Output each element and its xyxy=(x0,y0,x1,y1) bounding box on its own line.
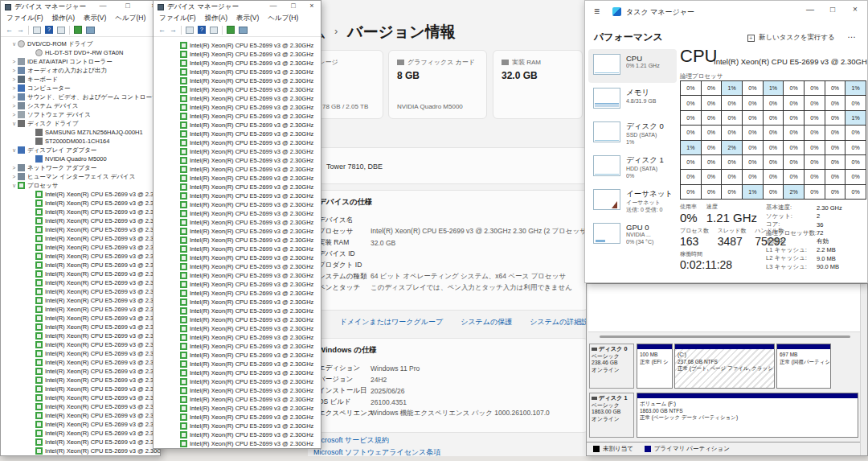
partition[interactable]: 697 MB正常 (回復パーティシ xyxy=(776,344,831,389)
tree-item[interactable]: Intel(R) Xeon(R) CPU E5-2699 v3 @ 2.30GH… xyxy=(1,367,160,376)
minimize-button[interactable]: — xyxy=(803,5,817,14)
tree-item[interactable]: Intel(R) Xeon(R) CPU E5-2699 v3 @ 2.30GH… xyxy=(1,393,160,402)
partition[interactable]: (C:)237.68 GB NTFS正常 (ブート, ページ ファイル, クラッ… xyxy=(674,344,775,389)
hamburger-menu-icon[interactable]: ≡ xyxy=(594,6,600,17)
tree-item[interactable]: Intel(R) Xeon(R) CPU E5-2699 v3 @ 2.30GH… xyxy=(154,413,321,422)
expander-icon[interactable]: v xyxy=(10,147,18,153)
windows-spec-card[interactable]: Windows の仕様 エディションWindows 11 Proバージョン24H… xyxy=(312,338,588,433)
tree-item[interactable]: Intel(R) Xeon(R) CPU E5-2699 v3 @ 2.30GH… xyxy=(154,360,321,368)
tree-item[interactable]: Intel(R) Xeon(R) CPU E5-2699 v3 @ 2.30GH… xyxy=(154,439,321,448)
tree-item[interactable]: >ネットワーク アダプター xyxy=(1,163,160,172)
tree-item[interactable]: >IDE ATA/ATAPI コントローラー xyxy=(1,57,160,66)
tree-item[interactable]: Intel(R) Xeon(R) CPU E5-2699 v3 @ 2.30GH… xyxy=(154,121,321,130)
tree-item[interactable]: >キーボード xyxy=(1,75,160,84)
tree-item[interactable]: Intel(R) Xeon(R) CPU E5-2699 v3 @ 2.30GH… xyxy=(1,208,160,216)
more-options-button[interactable]: … xyxy=(847,30,856,39)
tree-item[interactable]: Intel(R) Xeon(R) CPU E5-2699 v3 @ 2.30GH… xyxy=(154,59,321,68)
tree-item[interactable]: Intel(R) Xeon(R) CPU E5-2699 v3 @ 2.30GH… xyxy=(1,314,160,323)
close-button[interactable]: × xyxy=(306,2,317,10)
tm-sidebar-item[interactable]: CPU0% 1.21 GHz xyxy=(588,49,677,83)
tree-item[interactable]: Intel(R) Xeon(R) CPU E5-2699 v3 @ 2.30GH… xyxy=(154,76,321,85)
tree-item[interactable]: Intel(R) Xeon(R) CPU E5-2699 v3 @ 2.30GH… xyxy=(1,349,160,358)
tree-item[interactable]: Intel(R) Xeon(R) CPU E5-2699 v3 @ 2.30GH… xyxy=(154,333,321,342)
properties-icon[interactable] xyxy=(210,27,218,34)
menu-item[interactable]: ヘルプ(H) xyxy=(268,14,298,23)
tree-item[interactable]: Intel(R) Xeon(R) CPU E5-2699 v3 @ 2.30GH… xyxy=(1,216,160,225)
tree-item[interactable]: >システム デバイス xyxy=(1,101,160,110)
tree-item[interactable]: Intel(R) Xeon(R) CPU E5-2699 v3 @ 2.30GH… xyxy=(154,298,321,307)
back-icon[interactable]: ← xyxy=(6,26,13,34)
expander-icon[interactable]: v xyxy=(10,183,18,188)
tree-item[interactable]: NVIDIA Quadro M5000 xyxy=(1,154,160,163)
ram-card[interactable]: 実装 RAM 32.0 GB xyxy=(493,50,583,119)
menu-item[interactable]: 操作(A) xyxy=(52,14,75,23)
tree-item[interactable]: Intel(R) Xeon(R) CPU E5-2699 v3 @ 2.30GH… xyxy=(1,270,160,278)
tree-item[interactable]: Intel(R) Xeon(R) CPU E5-2699 v3 @ 2.30GH… xyxy=(1,358,160,367)
tm-sidebar-item[interactable]: ディスク 1HDD (SATA)0% xyxy=(588,150,677,184)
tree-item[interactable]: >オーディオの入力および出力 xyxy=(1,66,160,75)
tree-item[interactable]: Intel(R) Xeon(R) CPU E5-2699 v3 @ 2.30GH… xyxy=(154,191,321,200)
tree-item[interactable]: Intel(R) Xeon(R) CPU E5-2699 v3 @ 2.30GH… xyxy=(154,245,321,253)
help-icon[interactable]: ? xyxy=(198,26,206,34)
tree-item[interactable]: ST2000DM001-1CH164 xyxy=(1,137,160,146)
tree-item[interactable]: Intel(R) Xeon(R) CPU E5-2699 v3 @ 2.30GH… xyxy=(1,225,160,234)
expander-icon[interactable]: > xyxy=(10,76,18,82)
footer-link[interactable]: Microsoft ソフトウェアライセンス条項 xyxy=(313,447,440,459)
maximize-button[interactable]: □ xyxy=(122,2,133,10)
menu-item[interactable]: ヘルプ(H) xyxy=(115,14,145,23)
back-icon[interactable]: ← xyxy=(158,26,166,34)
devices-icon[interactable] xyxy=(86,27,95,34)
expander-icon[interactable]: > xyxy=(10,94,18,100)
related-link[interactable]: ドメインまたはワークグループ xyxy=(340,318,444,326)
tree-item[interactable]: Intel(R) Xeon(R) CPU E5-2699 v3 @ 2.30GH… xyxy=(1,261,160,270)
logical-processors-grid[interactable]: 0%0%1%0%1%0%0%0%1%0%0%0%0%0%0%0%0%0%0%0%… xyxy=(680,80,866,200)
tree-item[interactable]: Intel(R) Xeon(R) CPU E5-2699 v3 @ 2.30GH… xyxy=(154,138,321,147)
tree-item[interactable]: Intel(R) Xeon(R) CPU E5-2699 v3 @ 2.30GH… xyxy=(154,218,321,227)
tree-item[interactable]: Intel(R) Xeon(R) CPU E5-2699 v3 @ 2.30GH… xyxy=(154,422,321,430)
tree-item[interactable]: Intel(R) Xeon(R) CPU E5-2699 v3 @ 2.30GH… xyxy=(1,252,160,261)
tree-item[interactable]: Intel(R) Xeon(R) CPU E5-2699 v3 @ 2.30GH… xyxy=(154,253,321,262)
tree-item[interactable]: Intel(R) Xeon(R) CPU E5-2699 v3 @ 2.30GH… xyxy=(154,227,321,236)
tm-sidebar-item[interactable]: GPU 0NVIDIA ...0% (34 °C) xyxy=(588,218,677,252)
menu-item[interactable]: 操作(A) xyxy=(205,14,227,23)
tree-item[interactable]: Intel(R) Xeon(R) CPU E5-2699 v3 @ 2.30GH… xyxy=(154,386,321,395)
tree-item[interactable]: Intel(R) Xeon(R) CPU E5-2699 v3 @ 2.30GH… xyxy=(1,402,160,411)
maximize-button[interactable]: □ xyxy=(825,5,840,14)
expander-icon[interactable]: > xyxy=(10,59,18,64)
disk-label-panel[interactable]: ディスク 1ベーシック1863.00 GBオンライン xyxy=(589,393,634,438)
tree-item[interactable]: Intel(R) Xeon(R) CPU E5-2699 v3 @ 2.30GH… xyxy=(154,156,321,165)
tree-item[interactable]: Intel(R) Xeon(R) CPU E5-2699 v3 @ 2.30GH… xyxy=(154,315,321,324)
tree-item[interactable]: Intel(R) Xeon(R) CPU E5-2699 v3 @ 2.30GH… xyxy=(1,234,160,243)
tree-item[interactable]: Intel(R) Xeon(R) CPU E5-2699 v3 @ 2.30GH… xyxy=(154,165,321,174)
forward-icon[interactable]: → xyxy=(17,26,24,34)
tree-item[interactable]: Intel(R) Xeon(R) CPU E5-2699 v3 @ 2.30GH… xyxy=(154,430,321,439)
tree-item[interactable]: Intel(R) Xeon(R) CPU E5-2699 v3 @ 2.30GH… xyxy=(154,262,321,271)
device-spec-card[interactable]: デバイスの仕様 デバイス名プロセッサIntel(R) Xeon(R) CPU E… xyxy=(312,190,588,311)
run-new-task-button[interactable]: + 新しいタスクを実行する xyxy=(747,33,835,43)
tree-item[interactable]: Intel(R) Xeon(R) CPU E5-2699 v3 @ 2.30GH… xyxy=(154,324,321,333)
tree-item[interactable]: Intel(R) Xeon(R) CPU E5-2699 v3 @ 2.30GH… xyxy=(1,438,160,447)
tree-item[interactable]: Intel(R) Xeon(R) CPU E5-2699 v3 @ 2.30GH… xyxy=(154,280,321,289)
minimize-button[interactable]: — xyxy=(268,2,279,10)
tree-item[interactable]: Intel(R) Xeon(R) CPU E5-2699 v3 @ 2.30GH… xyxy=(154,395,321,404)
expander-icon[interactable]: > xyxy=(10,68,18,73)
devices-icon[interactable] xyxy=(239,27,248,34)
tree-item[interactable]: Intel(R) Xeon(R) CPU E5-2699 v3 @ 2.30GH… xyxy=(154,50,321,59)
tree-item[interactable]: Intel(R) Xeon(R) CPU E5-2699 v3 @ 2.30GH… xyxy=(154,351,321,360)
vertical-scrollbar[interactable] xyxy=(860,284,867,456)
maximize-button[interactable]: □ xyxy=(288,2,299,10)
tree-item[interactable]: Intel(R) Xeon(R) CPU E5-2699 v3 @ 2.30GH… xyxy=(154,103,321,112)
tree-item[interactable]: Intel(R) Xeon(R) CPU E5-2699 v3 @ 2.30GH… xyxy=(154,130,321,138)
tm-sidebar-item[interactable]: メモリ4.8/31.9 GB xyxy=(588,83,677,117)
tree-item[interactable]: HL-DT-ST DVD+-RW GTA0N xyxy=(1,48,160,57)
scan-hardware-icon[interactable] xyxy=(74,26,82,34)
tree-item[interactable]: Intel(R) Xeon(R) CPU E5-2699 v3 @ 2.30GH… xyxy=(154,200,321,209)
tree-item[interactable]: vディスク ドライブ xyxy=(1,119,160,128)
tree-item[interactable]: Intel(R) Xeon(R) CPU E5-2699 v3 @ 2.30GH… xyxy=(1,287,160,296)
dm2-titlebar[interactable]: デバイス マネージャー — □ × xyxy=(154,1,321,13)
tree-item[interactable]: Intel(R) Xeon(R) CPU E5-2699 v3 @ 2.30GH… xyxy=(154,271,321,280)
expander-icon[interactable]: v xyxy=(10,41,18,47)
tree-item[interactable]: Intel(R) Xeon(R) CPU E5-2699 v3 @ 2.30GH… xyxy=(1,340,160,349)
tree-item[interactable]: Intel(R) Xeon(R) CPU E5-2699 v3 @ 2.30GH… xyxy=(154,377,321,386)
tree-item[interactable]: Intel(R) Xeon(R) CPU E5-2699 v3 @ 2.30GH… xyxy=(1,296,160,305)
